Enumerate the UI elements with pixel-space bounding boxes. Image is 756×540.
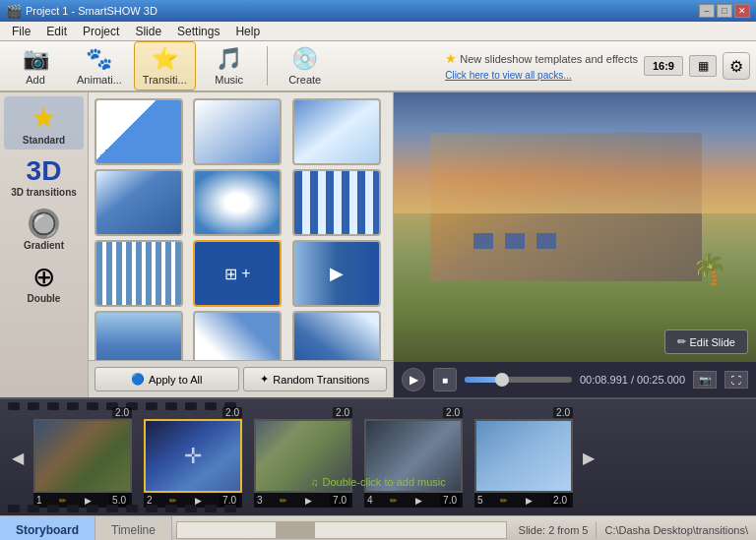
- category-gradient[interactable]: 🔘 Gradient: [4, 204, 84, 255]
- tab-timeline[interactable]: Timeline: [95, 516, 172, 540]
- add-music-label[interactable]: ♫ Double-click to add music: [310, 476, 446, 488]
- transition-item-7[interactable]: [94, 240, 183, 307]
- film-perforations-bottom: [0, 505, 756, 512]
- slide-3-edit-icon[interactable]: ✏: [280, 496, 287, 506]
- view-icon: ▦: [698, 59, 709, 73]
- progress-bar[interactable]: [465, 377, 572, 383]
- transition-item-1[interactable]: [94, 98, 183, 165]
- minimize-button[interactable]: –: [699, 4, 715, 18]
- title-bar-controls[interactable]: – □ ✕: [699, 4, 750, 18]
- screenshot-button[interactable]: 📷: [693, 371, 717, 389]
- menu-file[interactable]: File: [4, 23, 38, 40]
- transition-button[interactable]: ⭐ Transiti...: [134, 41, 196, 90]
- title-bar: 🎬 Project 1 - SmartSHOW 3D – □ ✕: [0, 0, 756, 22]
- transition-item-2[interactable]: [193, 98, 282, 165]
- toolbar-right: ★ New slideshow templates and effects Cl…: [445, 51, 750, 81]
- fullscreen-button[interactable]: ⛶: [724, 371, 748, 389]
- progress-thumb[interactable]: [495, 373, 509, 387]
- create-button[interactable]: 💿 Create: [276, 42, 335, 90]
- slide-5-thumbnail[interactable]: [474, 419, 573, 493]
- toolbar: 📷 Add 🐾 Animati... ⭐ Transiti... 🎵 Music…: [0, 41, 756, 92]
- transition-item-12[interactable]: [292, 311, 381, 360]
- perf-hole: [8, 505, 20, 512]
- film-slide-1[interactable]: 2.0 1 ✏ ▶ 5.0: [33, 407, 132, 508]
- random-icon: ✦: [260, 373, 269, 386]
- category-standard[interactable]: ★ Standard: [4, 96, 84, 150]
- perf-hole: [126, 505, 138, 512]
- perf-hole: [146, 505, 158, 512]
- 3d-label: 3D transitions: [11, 187, 77, 198]
- transition-item-4[interactable]: [94, 169, 183, 236]
- tab-storyboard[interactable]: Storyboard: [0, 516, 95, 540]
- animation-icon: 🐾: [86, 46, 112, 72]
- slide-2-play-icon[interactable]: ▶: [195, 496, 202, 506]
- music-button[interactable]: 🎵 Music: [200, 42, 259, 90]
- menu-help[interactable]: Help: [227, 23, 268, 40]
- status-bar: Storyboard Timeline Slide: 2 from 5 C:\D…: [0, 515, 756, 540]
- slide-1-play-icon[interactable]: ▶: [85, 496, 92, 506]
- animation-button[interactable]: 🐾 Animati...: [69, 42, 130, 90]
- toolbar-separator: [267, 46, 268, 86]
- slide-4-edit-icon[interactable]: ✏: [390, 496, 398, 506]
- slide-1-edit-icon[interactable]: ✏: [59, 496, 67, 506]
- perf-hole: [87, 505, 98, 512]
- slide-3-play-icon[interactable]: ▶: [305, 496, 312, 506]
- category-double[interactable]: ⊕ Double: [4, 257, 84, 308]
- filmstrip-next-arrow[interactable]: ▶: [579, 445, 598, 471]
- perf-hole: [47, 505, 59, 512]
- promo-text: New slideshow templates and effects: [460, 53, 638, 65]
- promo-area: ★ New slideshow templates and effects Cl…: [445, 51, 638, 81]
- menu-project[interactable]: Project: [75, 23, 127, 40]
- perf-hole: [205, 505, 217, 512]
- standard-label: Standard: [23, 135, 65, 146]
- menu-slide[interactable]: Slide: [127, 23, 169, 40]
- transition-item-8[interactable]: ⊞ +: [193, 240, 282, 307]
- play-button[interactable]: ▶: [402, 368, 425, 391]
- transition-item-5[interactable]: ♦: [193, 169, 282, 236]
- settings-button[interactable]: ⚙: [723, 52, 750, 80]
- menu-bar: File Edit Project Slide Settings Help: [0, 22, 756, 41]
- random-transitions-button[interactable]: ✦ Random Transitions: [243, 367, 388, 391]
- transition-actions: 🔵 Apply to All ✦ Random Transitions: [89, 360, 393, 397]
- gradient-label: Gradient: [24, 240, 64, 251]
- add-button[interactable]: 📷 Add: [6, 42, 65, 90]
- stop-button[interactable]: ■: [433, 368, 457, 391]
- apply-all-button[interactable]: 🔵 Apply to All: [94, 367, 239, 391]
- slide-1-thumbnail[interactable]: [33, 419, 132, 493]
- ratio-button[interactable]: 16:9: [644, 56, 683, 76]
- slide-2-thumbnail[interactable]: ✛: [144, 419, 242, 493]
- film-slide-2[interactable]: 2.0 ✛ 2 ✏ ▶ 7.0: [144, 407, 242, 508]
- transition-item-6[interactable]: [292, 169, 381, 236]
- transition-item-3[interactable]: [292, 98, 381, 165]
- close-button[interactable]: ✕: [734, 4, 750, 18]
- transition-item-10[interactable]: [94, 311, 183, 360]
- slide-2-edit-icon[interactable]: ✏: [169, 496, 177, 506]
- scroll-bar[interactable]: [176, 521, 507, 539]
- slide-5-play-icon[interactable]: ▶: [526, 496, 533, 506]
- menu-settings[interactable]: Settings: [169, 23, 227, 40]
- slide-4-play-icon[interactable]: ▶: [415, 496, 422, 506]
- transitions-grid: ♦ ⊞ + ▶: [89, 92, 393, 360]
- maximize-button[interactable]: □: [717, 4, 732, 18]
- film-slide-3[interactable]: 2.0 3 ✏ ▶ 7.0: [254, 407, 352, 508]
- perf-hole: [8, 402, 20, 410]
- transition-item-9[interactable]: ▶: [292, 240, 381, 307]
- slide-5-edit-icon[interactable]: ✏: [500, 496, 508, 506]
- film-slide-5[interactable]: 2.0 5 ✏ ▶ 2.0: [474, 407, 573, 508]
- category-3d[interactable]: 3D 3D transitions: [4, 151, 84, 202]
- view-mode-button[interactable]: ▦: [689, 55, 717, 77]
- pencil-icon: ✏: [677, 335, 686, 348]
- film-slide-4[interactable]: 2.0 4 ✏ ▶ 7.0: [364, 407, 463, 508]
- main-content: ★ Standard 3D 3D transitions 🔘 Gradient …: [0, 92, 756, 397]
- filmstrip-prev-arrow[interactable]: ◀: [8, 445, 28, 471]
- standard-icon: ★: [31, 100, 57, 135]
- scroll-thumb[interactable]: [276, 522, 315, 538]
- menu-edit[interactable]: Edit: [38, 23, 75, 40]
- edit-slide-button[interactable]: ✏ Edit Slide: [664, 330, 748, 354]
- transition-item-11[interactable]: [193, 311, 282, 360]
- filmstrip: ◀ 2.0 1 ✏ ▶ 5.0 2.0 ✛ 2 ✏ ▶: [0, 397, 756, 515]
- promo-link[interactable]: Click here to view all packs...: [445, 70, 571, 81]
- perf-hole: [28, 505, 39, 512]
- transition-icon: ⭐: [152, 46, 178, 72]
- music-note-icon: ♫: [310, 476, 318, 488]
